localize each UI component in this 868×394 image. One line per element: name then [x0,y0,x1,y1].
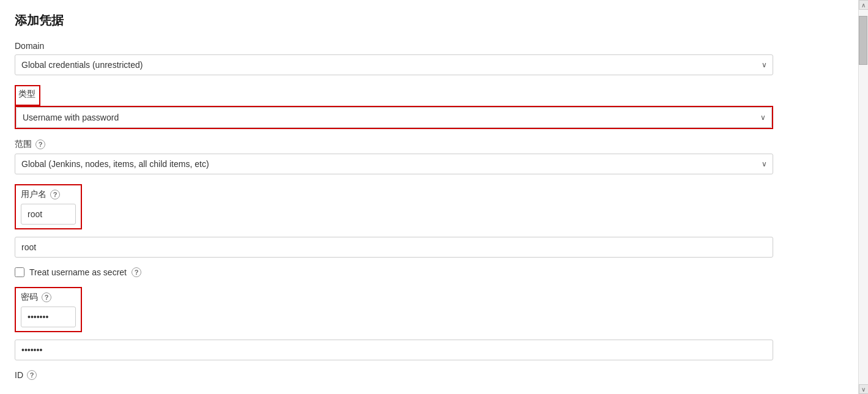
scroll-down-button[interactable]: ∨ [859,384,869,394]
domain-select-wrapper: Global credentials (unrestricted) System… [15,54,773,75]
username-input[interactable] [21,204,76,225]
domain-label: Domain [15,41,844,51]
username-section: 用户名 ? [15,184,844,258]
password-highlight-box: 密码 ? [15,287,82,332]
scope-label: 范围 ? [15,139,844,150]
password-input-full[interactable] [15,340,773,360]
scrollbar-thumb[interactable] [859,16,867,65]
type-highlight-box: 类型 [15,85,40,106]
treat-username-checkbox[interactable] [15,267,24,277]
type-section: 类型 Username with password SSH Username w… [15,85,844,129]
password-input-small[interactable] [21,307,76,327]
id-label-row: ID ? [15,370,844,380]
scope-section: 范围 ? Global (Jenkins, nodes, items, all … [15,139,844,174]
password-label-row: 密码 ? [21,292,76,303]
scrollbar-track [859,10,868,384]
treat-username-label: Treat username as secret [29,267,127,277]
username-highlight-box: 用户名 ? [15,184,82,229]
scrollbar: ∧ ∨ [858,0,868,394]
domain-select[interactable]: Global credentials (unrestricted) System… [15,54,773,75]
scroll-up-button[interactable]: ∧ [859,0,869,10]
username-help-icon[interactable]: ? [50,190,60,199]
scope-select-wrapper: Global (Jenkins, nodes, items, all child… [15,154,773,174]
scope-help-icon[interactable]: ? [35,139,45,149]
scope-select[interactable]: Global (Jenkins, nodes, items, all child… [15,154,773,174]
password-help-icon[interactable]: ? [42,292,51,302]
treat-username-help-icon[interactable]: ? [132,267,141,277]
main-content: 添加凭据 Domain Global credentials (unrestri… [0,0,858,394]
id-section: ID ? [15,370,844,380]
password-section: 密码 ? [15,287,844,360]
scroll-up-icon: ∧ [861,2,866,9]
page-title: 添加凭据 [15,12,844,29]
scroll-down-icon: ∨ [861,386,866,393]
type-select-wrapper: Username with password SSH Username with… [15,106,773,129]
username-input-full[interactable] [15,237,773,258]
type-select[interactable]: Username with password SSH Username with… [16,107,772,128]
username-label-row: 用户名 ? [21,189,76,200]
type-label: 类型 [18,89,35,100]
treat-username-row: Treat username as secret ? [15,267,844,277]
id-help-icon[interactable]: ? [27,370,37,380]
domain-section: Domain Global credentials (unrestricted)… [15,41,844,75]
